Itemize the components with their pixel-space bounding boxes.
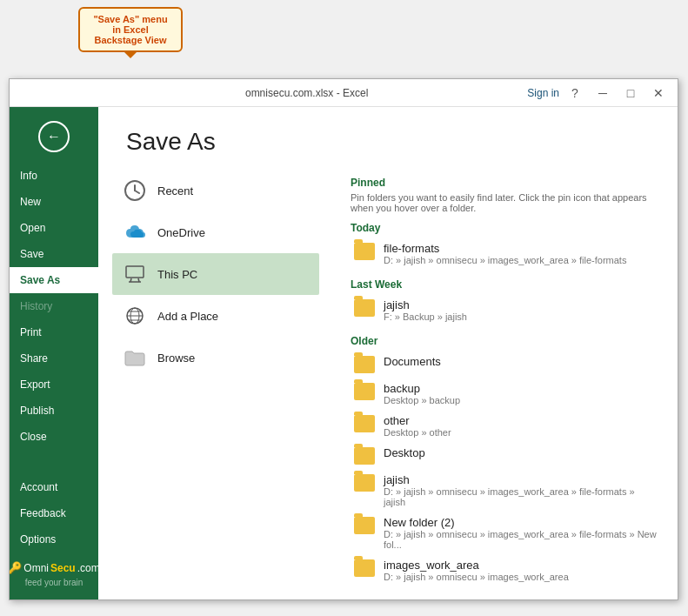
svg-line-2: [135, 191, 139, 193]
folder-path: F: » Backup » jajish: [384, 311, 467, 322]
folder-icon: [354, 474, 375, 492]
folder-icon: [354, 447, 375, 465]
key-icon: 🔑: [10, 561, 22, 574]
excel-window: omnisecu.com.xlsx - Excel Sign in ? ─ □ …: [9, 78, 678, 600]
sidebar-label-new: New: [20, 196, 41, 208]
location-this-pc[interactable]: This PC: [112, 253, 319, 295]
folder-info: Documents: [384, 355, 441, 368]
sidebar-label-history: History: [20, 300, 52, 312]
location-add-place[interactable]: Add a Place: [112, 295, 319, 337]
folder-path: Desktop » backup: [384, 395, 460, 405]
pinned-label: Pinned: [351, 177, 660, 189]
sidebar-label-save: Save: [20, 248, 43, 260]
folder-icon: [354, 299, 375, 317]
folder-icon: [354, 559, 375, 577]
location-browse[interactable]: Browse: [112, 337, 319, 378]
sidebar-bottom: Account Feedback Options 🔑 OmniSecu.com …: [10, 474, 98, 599]
window-wrapper: "Save As" menu in Excel Backstage View o…: [0, 0, 688, 616]
folder-name: jajish: [384, 473, 657, 486]
sidebar-label-save-as: Save As: [20, 274, 60, 286]
folder-info: other Desktop » other: [384, 414, 451, 438]
save-as-header: Save As: [98, 107, 678, 170]
sign-in-link[interactable]: Sign in: [527, 87, 559, 99]
folder-icon: [354, 415, 375, 432]
logo-com: .com: [77, 562, 100, 574]
folder-desktop[interactable]: Desktop: [351, 442, 660, 469]
sidebar-item-close[interactable]: Close: [10, 424, 98, 450]
sidebar-item-print[interactable]: Print: [10, 319, 98, 345]
browse-folder-icon: [123, 345, 147, 370]
clock-icon: [123, 178, 147, 203]
folder-name: images_work_area: [384, 559, 569, 572]
svg-rect-3: [126, 266, 144, 278]
location-browse-label: Browse: [157, 352, 195, 365]
sidebar-label-info: Info: [20, 170, 37, 182]
last-week-label: Last Week: [351, 278, 660, 291]
location-onedrive-label: OneDrive: [157, 226, 205, 239]
sidebar-item-new[interactable]: New: [10, 189, 98, 215]
location-list: Recent OneDrive: [98, 170, 333, 599]
sidebar-item-publish[interactable]: Publish: [10, 398, 98, 424]
location-recent-label: Recent: [157, 184, 193, 198]
pinned-desc: Pin folders you want to easily find late…: [351, 192, 660, 213]
location-this-pc-label: This PC: [157, 268, 197, 281]
folder-name: Desktop: [384, 446, 425, 459]
sidebar-label-print: Print: [20, 326, 42, 338]
sidebar-item-share[interactable]: Share: [10, 345, 98, 372]
folder-info: file-formats D: » jajish » omnisecu » im…: [384, 242, 626, 265]
folder-icon: [354, 356, 375, 373]
folder-other[interactable]: other Desktop » other: [351, 410, 660, 442]
location-onedrive[interactable]: OneDrive: [112, 211, 319, 253]
page-title: Save As: [126, 128, 650, 156]
sidebar-label-export: Export: [20, 378, 50, 391]
sidebar-item-export[interactable]: Export: [10, 372, 98, 398]
folder-info: New folder (2) D: » jajish » omnisecu » …: [384, 516, 657, 550]
folder-name: New folder (2): [384, 516, 657, 529]
back-button[interactable]: ←: [38, 121, 70, 152]
folder-icon: [354, 243, 375, 260]
folder-jajish-older[interactable]: jajish D: » jajish » omnisecu » images_w…: [351, 469, 660, 512]
today-label: Today: [351, 222, 660, 234]
location-recent[interactable]: Recent: [112, 170, 319, 211]
sidebar-item-account[interactable]: Account: [10, 474, 98, 500]
sidebar-item-feedback[interactable]: Feedback: [10, 500, 98, 526]
pc-icon: [123, 262, 147, 286]
sidebar-item-options[interactable]: Options: [10, 526, 98, 552]
globe-icon: [123, 304, 147, 328]
sidebar-item-history: History: [10, 293, 98, 319]
folder-info: jajish D: » jajish » omnisecu » images_w…: [384, 473, 657, 507]
maximize-button[interactable]: □: [618, 83, 643, 104]
folder-jajish-lastweek[interactable]: jajish F: » Backup » jajish: [351, 294, 660, 326]
folder-info: backup Desktop » backup: [384, 382, 460, 405]
folder-path: D: » jajish » omnisecu » images_work_are…: [384, 572, 569, 582]
location-add-place-label: Add a Place: [157, 310, 218, 323]
title-bar-right: Sign in ? ─ □ ✕: [527, 83, 671, 104]
logo-omni: Omni: [23, 562, 49, 574]
folder-new-folder-2[interactable]: New folder (2) D: » jajish » omnisecu » …: [351, 512, 660, 554]
main-content: ← Info New Open Save Sa: [10, 107, 678, 599]
right-panel: Save As: [98, 107, 678, 599]
close-button[interactable]: ✕: [646, 83, 671, 104]
help-button[interactable]: ?: [563, 83, 587, 104]
sidebar: ← Info New Open Save Sa: [10, 107, 98, 599]
sidebar-item-save[interactable]: Save: [10, 241, 98, 267]
folder-file-formats[interactable]: file-formats D: » jajish » omnisecu » im…: [351, 238, 660, 270]
callout-bubble: "Save As" menu in Excel Backstage View: [78, 7, 183, 52]
folder-documents[interactable]: Documents: [351, 351, 660, 378]
folder-path: D: » jajish » omnisecu » images_work_are…: [384, 486, 657, 507]
window-title: omnisecu.com.xlsx - Excel: [86, 87, 527, 99]
folder-icon: [354, 383, 375, 400]
title-bar: omnisecu.com.xlsx - Excel Sign in ? ─ □ …: [10, 79, 678, 107]
sidebar-label-open: Open: [20, 222, 45, 234]
sidebar-item-info[interactable]: Info: [10, 163, 98, 189]
folder-backup[interactable]: backup Desktop » backup: [351, 378, 660, 410]
older-label: Older: [351, 335, 660, 347]
folder-path: D: » jajish » omnisecu » images_work_are…: [384, 255, 626, 265]
sidebar-label-publish: Publish: [20, 405, 54, 417]
sidebar-label-account: Account: [20, 481, 57, 493]
sidebar-item-save-as[interactable]: Save As: [10, 267, 98, 293]
minimize-button[interactable]: ─: [591, 83, 615, 104]
sidebar-item-open[interactable]: Open: [10, 215, 98, 241]
sidebar-label-close: Close: [20, 431, 47, 443]
folder-images-work-area[interactable]: images_work_area D: » jajish » omnisecu …: [351, 554, 660, 586]
